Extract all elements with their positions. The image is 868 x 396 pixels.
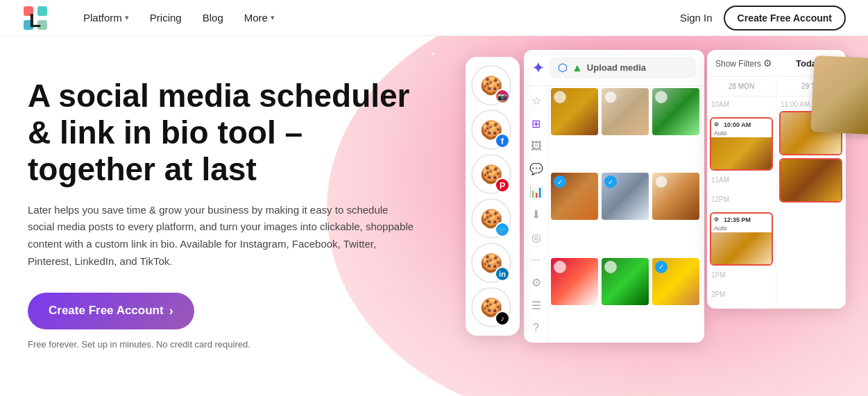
instagram-sidebar-icon[interactable]: ◎ (531, 231, 541, 244)
event-thumbnail-1 (711, 137, 772, 169)
tiktok-badge: ♪ (495, 311, 510, 326)
chart-sidebar-icon[interactable]: 📊 (529, 185, 543, 198)
twitter-badge: 🐦 (495, 222, 510, 237)
media-item-3[interactable] (652, 88, 699, 135)
download-sidebar-icon[interactable]: ⬇ (531, 208, 541, 221)
app-mockup: 🍪 📷 🍪 f 🍪 P 🍪 (466, 50, 868, 343)
hero-content: A social media scheduler & link in bio t… (0, 36, 458, 396)
media-item-8[interactable] (602, 258, 649, 305)
select-checkbox-5[interactable]: ✓ (604, 175, 617, 188)
linkedin-badge: in (495, 266, 510, 282)
linkedin-platform-item[interactable]: 🍪 in (471, 243, 511, 283)
day-column-28: 28 MON 10AM ⚙ 10:00 AM Auto (707, 77, 776, 309)
select-checkbox-3[interactable] (655, 91, 667, 103)
calendar-sidebar-icon[interactable]: ⊞ (531, 117, 541, 130)
create-account-button-hero[interactable]: Create Free Account › (28, 293, 194, 329)
time-12pm: 12PM (708, 193, 774, 212)
hero-heading: A social media scheduler & link in bio t… (28, 78, 430, 188)
instagram-platform-item[interactable]: 🍪 📷 (471, 65, 511, 105)
image-sidebar-icon[interactable]: 🖼 (531, 140, 542, 153)
schedule-event-2[interactable]: ⚙ 12:35 PM Auto (710, 212, 773, 266)
hero-section: ✦ ✦ ✦ ✦ ✦ ✦ ✦ ✦ ✦ A social media schedul… (0, 36, 868, 396)
time-1pm: 1PM (708, 268, 774, 288)
svg-text:L: L (29, 10, 41, 31)
chat-sidebar-icon[interactable]: 💬 (529, 162, 543, 175)
upload-label: Upload media (587, 62, 646, 73)
nav-platform[interactable]: Platform ▾ (75, 8, 137, 28)
select-checkbox-9[interactable]: ✓ (655, 261, 667, 273)
event-time-2: 12:35 PM (721, 215, 754, 223)
sign-in-link[interactable]: Sign In (680, 12, 713, 24)
select-checkbox-2[interactable] (604, 91, 617, 103)
app-sidebar: ☆ ⊞ 🖼 💬 📊 ⬇ ◎ ··· ⚙ ☰ ? (524, 86, 549, 343)
time-2pm: 2PM (708, 288, 774, 307)
schedule-event-4[interactable] (779, 158, 842, 203)
photo-overlay (810, 55, 868, 135)
tiktok-platform-item[interactable]: 🍪 ♪ (471, 287, 511, 327)
time-11am: 11AM (708, 173, 774, 193)
select-checkbox-6[interactable] (655, 175, 667, 188)
time-10am: 10AM (708, 98, 774, 117)
media-item-2[interactable] (602, 88, 649, 135)
instagram-badge: 📷 (495, 89, 510, 104)
facebook-platform-item[interactable]: 🍪 f (471, 110, 511, 150)
media-item-7[interactable] (551, 258, 598, 305)
app-body: ☆ ⊞ 🖼 💬 📊 ⬇ ◎ ··· ⚙ ☰ ? (524, 86, 704, 343)
logo[interactable]: L (22, 5, 53, 31)
day-header-28: 28 MON (707, 77, 776, 96)
auto-label-1: Auto (714, 130, 727, 137)
media-library-panel: ✦ ⬡ ▲ Upload media ☆ ⊞ 🖼 💬 📊 ⬇ ◎ (524, 50, 704, 343)
media-item-4[interactable]: ✓ (551, 173, 598, 220)
chevron-down-icon: ▾ (125, 13, 129, 22)
arrow-right-icon: › (169, 304, 173, 318)
select-checkbox-4[interactable]: ✓ (554, 175, 566, 188)
nav-more[interactable]: More ▾ (236, 8, 283, 28)
app-toolbar: ✦ ⬡ ▲ Upload media (524, 50, 704, 86)
nav-right: Sign In Create Free Account (680, 6, 846, 31)
free-note: Free forever. Set up in minutes. No cred… (28, 339, 458, 350)
facebook-badge: f (495, 133, 510, 148)
event-time-1: 10:00 AM (721, 120, 754, 128)
upload-area[interactable]: ⬡ ▲ Upload media (550, 57, 696, 78)
media-grid: ✓ ✓ ✓ (549, 86, 703, 343)
dropbox-icon: ⬡ (558, 61, 568, 74)
social-platforms-panel: 🍪 📷 🍪 f 🍪 P 🍪 (466, 57, 520, 336)
later-logo-small: ✦ (532, 60, 544, 76)
select-checkbox-7[interactable] (554, 261, 566, 273)
twitter-platform-item[interactable]: 🍪 🐦 (471, 198, 511, 239)
schedule-event-1[interactable]: ⚙ 10:00 AM Auto (710, 117, 773, 171)
auto-label-2: Auto (714, 225, 727, 232)
gdrive-icon: ▲ (572, 62, 583, 74)
dots-sidebar-icon[interactable]: ··· (531, 254, 541, 266)
nav-links: Platform ▾ Pricing Blog More ▾ (75, 8, 680, 28)
media-item-5[interactable]: ✓ (602, 173, 649, 220)
chevron-down-icon-more: ▾ (271, 13, 275, 22)
nav-blog[interactable]: Blog (194, 8, 232, 28)
list-sidebar-icon[interactable]: ☰ (531, 299, 541, 312)
event-thumbnail-2 (711, 232, 772, 264)
pinterest-badge: P (495, 178, 510, 193)
media-item-1[interactable] (551, 88, 598, 135)
select-checkbox-1[interactable] (554, 91, 566, 103)
help-sidebar-icon[interactable]: ? (533, 322, 539, 334)
select-checkbox-8[interactable] (604, 261, 617, 273)
star-sidebar-icon[interactable]: ☆ (531, 94, 541, 107)
show-filters-label: Show Filters ⚙ (715, 58, 772, 69)
pinterest-platform-item[interactable]: 🍪 P (471, 154, 511, 194)
hero-subtext: Later helps you save time & grow your bu… (28, 202, 416, 270)
settings-sidebar-icon[interactable]: ⚙ (531, 276, 541, 289)
create-account-button-nav[interactable]: Create Free Account (724, 6, 846, 31)
media-item-6[interactable] (652, 173, 699, 220)
nav-pricing[interactable]: Pricing (142, 8, 190, 28)
media-item-9[interactable]: ✓ (652, 258, 699, 305)
